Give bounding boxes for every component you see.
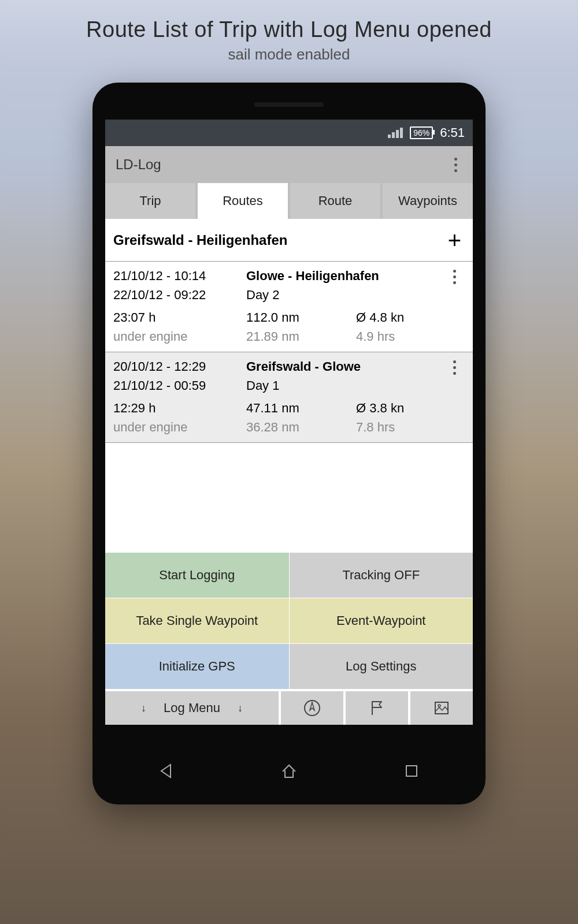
- status-bar: 96% 6:51: [105, 120, 473, 146]
- app-bar: LD-Log: [105, 146, 473, 183]
- engine-distance: 21.89 nm: [246, 327, 356, 346]
- arrow-down-icon: ↓: [238, 702, 243, 714]
- back-icon[interactable]: [158, 762, 175, 780]
- engine-label: under engine: [113, 327, 246, 346]
- log-settings-button[interactable]: Log Settings: [290, 644, 473, 689]
- flag-icon: [368, 699, 386, 717]
- tab-bar: Trip Routes Route Waypoints: [105, 183, 473, 219]
- route-distance: 112.0 nm: [246, 308, 356, 327]
- recent-apps-icon[interactable]: [403, 762, 420, 780]
- log-menu-panel: Start Logging Tracking OFF Take Single W…: [105, 552, 473, 689]
- log-menu-toggle-button[interactable]: ↓ Log Menu ↓: [105, 691, 281, 725]
- tab-waypoints[interactable]: Waypoints: [383, 183, 473, 219]
- engine-distance: 36.28 nm: [246, 418, 356, 437]
- route-duration: 23:07 h: [113, 308, 246, 327]
- svg-rect-3: [406, 766, 417, 776]
- route-list-header: Greifswald - Heiligenhafen +: [105, 219, 473, 262]
- single-waypoint-button[interactable]: Take Single Waypoint: [105, 598, 290, 643]
- clock: 6:51: [440, 125, 465, 140]
- gallery-button[interactable]: [410, 691, 473, 725]
- route-item[interactable]: 20/10/12 - 12:29 21/10/12 - 00:59 Greifs…: [105, 352, 473, 443]
- route-avg-speed: Ø 3.8 kn: [356, 398, 465, 418]
- log-menu-label: Log Menu: [164, 701, 220, 716]
- initialize-gps-button[interactable]: Initialize GPS: [105, 644, 290, 689]
- page-subtitle: sail mode enabled: [0, 46, 578, 64]
- screen: 96% 6:51 LD-Log Trip Routes Route Waypoi…: [105, 120, 473, 725]
- route-name: Glowe - Heiligenhafen: [246, 266, 444, 285]
- tab-routes[interactable]: Routes: [198, 183, 288, 219]
- phone-speaker: [254, 102, 324, 107]
- start-logging-button[interactable]: Start Logging: [105, 553, 290, 598]
- tracking-toggle-button[interactable]: Tracking OFF: [290, 553, 473, 598]
- route-item-menu-button[interactable]: [447, 266, 461, 304]
- tab-route[interactable]: Route: [290, 183, 380, 219]
- overflow-menu-button[interactable]: [449, 154, 462, 176]
- page-title: Route List of Trip with Log Menu opened: [0, 17, 578, 42]
- app-title: LD-Log: [116, 157, 161, 173]
- route-day: Day 2: [246, 285, 444, 304]
- add-route-button[interactable]: +: [444, 229, 465, 252]
- signal-icon: [388, 128, 403, 138]
- engine-hours: 7.8 hrs: [356, 418, 465, 437]
- route-end-datetime: 22/10/12 - 09:22: [113, 285, 246, 304]
- route-item[interactable]: 21/10/12 - 10:14 22/10/12 - 09:22 Glowe …: [105, 262, 473, 352]
- route-start-datetime: 20/10/12 - 12:29: [113, 357, 246, 376]
- trip-title: Greifswald - Heiligenhafen: [113, 232, 287, 248]
- battery-indicator: 96%: [410, 126, 433, 139]
- tab-trip[interactable]: Trip: [105, 183, 195, 219]
- page-header: Route List of Trip with Log Menu opened …: [0, 0, 578, 64]
- arrow-down-icon: ↓: [141, 702, 146, 714]
- android-nav-bar: [105, 750, 473, 792]
- home-icon[interactable]: [280, 762, 298, 780]
- route-end-datetime: 21/10/12 - 00:59: [113, 376, 246, 395]
- svg-point-2: [438, 705, 440, 707]
- route-name: Greifswald - Glowe: [246, 357, 444, 376]
- route-day: Day 1: [246, 376, 444, 395]
- engine-hours: 4.9 hrs: [356, 327, 465, 346]
- bottom-toolbar: ↓ Log Menu ↓: [105, 689, 473, 725]
- event-waypoint-button[interactable]: Event-Waypoint: [290, 598, 473, 643]
- phone-frame: 96% 6:51 LD-Log Trip Routes Route Waypoi…: [92, 83, 486, 804]
- route-duration: 12:29 h: [113, 398, 246, 418]
- image-icon: [432, 699, 451, 717]
- compass-icon: [303, 699, 321, 717]
- route-item-menu-button[interactable]: [447, 357, 461, 395]
- engine-label: under engine: [113, 418, 246, 437]
- route-start-datetime: 21/10/12 - 10:14: [113, 266, 246, 285]
- compass-button[interactable]: [281, 691, 346, 725]
- route-avg-speed: Ø 4.8 kn: [356, 308, 465, 327]
- route-distance: 47.11 nm: [246, 398, 356, 418]
- flag-button[interactable]: [346, 691, 410, 725]
